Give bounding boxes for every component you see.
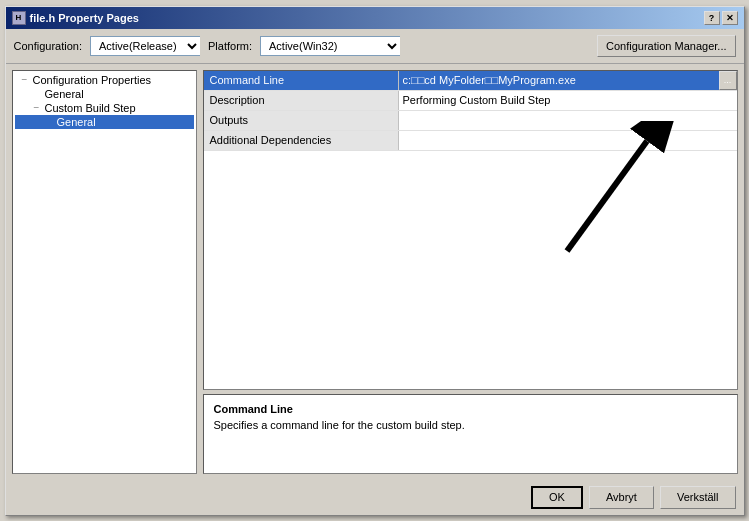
titlebar: H file.h Property Pages ? ✕ xyxy=(6,7,744,29)
config-label: Configuration: xyxy=(14,40,83,52)
platform-label: Platform: xyxy=(208,40,252,52)
toolbar: Configuration: Active(Release) Platform:… xyxy=(6,29,744,64)
configuration-select[interactable]: Active(Release) xyxy=(90,36,200,56)
help-button[interactable]: ? xyxy=(704,11,720,25)
description-title: Command Line xyxy=(214,403,727,415)
description-panel: Command Line Specifies a command line fo… xyxy=(203,394,738,474)
prop-value-additional-deps xyxy=(399,131,737,150)
right-panel: Command Line c:□□cd MyFolder□□MyProgram.… xyxy=(203,70,738,474)
tree-item-custom-build-step[interactable]: − Custom Build Step xyxy=(15,101,194,115)
property-pages-window: H file.h Property Pages ? ✕ Configuratio… xyxy=(5,6,745,516)
prop-name-additional-deps: Additional Dependencies xyxy=(204,131,399,150)
tree-item-config-properties[interactable]: − Configuration Properties xyxy=(15,73,194,87)
prop-value-outputs xyxy=(399,111,737,130)
property-table: Command Line c:□□cd MyFolder□□MyProgram.… xyxy=(203,70,738,390)
prop-value-command-line: c:□□cd MyFolder□□MyProgram.exe ... xyxy=(399,71,737,90)
prop-name-command-line: Command Line xyxy=(204,71,399,90)
prop-value-description: Performing Custom Build Step xyxy=(399,91,737,110)
prop-row-description[interactable]: Description Performing Custom Build Step xyxy=(204,91,737,111)
prop-row-additional-deps[interactable]: Additional Dependencies xyxy=(204,131,737,151)
platform-select[interactable]: Active(Win32) xyxy=(260,36,400,56)
window-title: file.h Property Pages xyxy=(30,12,139,24)
tree-label-custom-build-step: Custom Build Step xyxy=(45,102,136,114)
tree-item-general-sub[interactable]: · General xyxy=(15,115,194,129)
tree-panel: − Configuration Properties · General − C… xyxy=(12,70,197,474)
main-content: − Configuration Properties · General − C… xyxy=(6,64,744,480)
titlebar-buttons: ? ✕ xyxy=(704,11,738,25)
svg-line-1 xyxy=(567,141,647,251)
close-button[interactable]: ✕ xyxy=(722,11,738,25)
cancel-button[interactable]: Avbryt xyxy=(589,486,654,509)
config-manager-button[interactable]: Configuration Manager... xyxy=(597,35,735,57)
prop-row-outputs[interactable]: Outputs xyxy=(204,111,737,131)
apply-button[interactable]: Verkställ xyxy=(660,486,736,509)
expander-custom-build-step[interactable]: − xyxy=(31,102,43,114)
titlebar-title: H file.h Property Pages xyxy=(12,11,139,25)
tree-item-general-top[interactable]: · General xyxy=(15,87,194,101)
prop-row-command-line[interactable]: Command Line c:□□cd MyFolder□□MyProgram.… xyxy=(204,71,737,91)
description-text: Specifies a command line for the custom … xyxy=(214,419,727,431)
footer: OK Avbryt Verkställ xyxy=(6,480,744,515)
prop-name-outputs: Outputs xyxy=(204,111,399,130)
tree-label-general-sub: General xyxy=(57,116,96,128)
prop-name-description: Description xyxy=(204,91,399,110)
tree-label-general-top: General xyxy=(45,88,84,100)
window-icon: H xyxy=(12,11,26,25)
expander-config-properties[interactable]: − xyxy=(19,74,31,86)
browse-button-command-line[interactable]: ... xyxy=(719,71,737,90)
tree-label-config-properties: Configuration Properties xyxy=(33,74,152,86)
ok-button[interactable]: OK xyxy=(531,486,583,509)
